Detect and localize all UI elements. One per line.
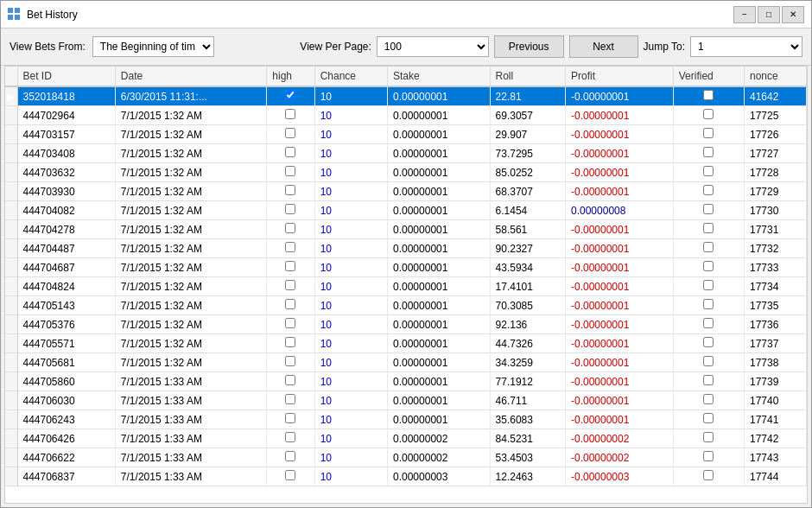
view-bets-dropdown[interactable]: The Beginning of timLast WeekLast Month — [92, 36, 214, 57]
verified-checkbox[interactable] — [703, 413, 714, 423]
cell-verified[interactable] — [673, 353, 744, 372]
cell-high[interactable] — [267, 391, 314, 410]
table-row[interactable]: 4447036327/1/2015 1:32 AM100.0000000185.… — [5, 163, 807, 182]
previous-button[interactable]: Previous — [494, 35, 564, 58]
verified-checkbox[interactable] — [703, 432, 714, 442]
cell-verified[interactable] — [673, 372, 744, 391]
table-row[interactable]: 4447055717/1/2015 1:32 AM100.0000000144.… — [5, 334, 807, 353]
table-row[interactable]: 4447062437/1/2015 1:33 AM100.0000000135.… — [5, 410, 807, 429]
verified-checkbox[interactable] — [703, 166, 714, 176]
verified-checkbox[interactable] — [703, 451, 714, 461]
cell-verified[interactable] — [673, 467, 744, 486]
verified-checkbox[interactable] — [703, 299, 714, 309]
high-checkbox[interactable] — [285, 470, 295, 480]
table-row[interactable]: 4447068377/1/2015 1:33 AM100.0000000312.… — [5, 467, 807, 486]
verified-checkbox[interactable] — [703, 394, 714, 404]
table-row[interactable]: 4447056817/1/2015 1:32 AM100.0000000134.… — [5, 353, 807, 372]
cell-verified[interactable] — [673, 106, 744, 125]
per-page-dropdown[interactable]: 100 — [377, 36, 489, 57]
verified-checkbox[interactable] — [703, 147, 714, 157]
verified-checkbox[interactable] — [703, 470, 714, 480]
maximize-button[interactable]: □ — [758, 6, 780, 23]
verified-checkbox[interactable] — [703, 185, 714, 195]
high-checkbox[interactable] — [285, 356, 295, 366]
high-checkbox[interactable] — [285, 109, 295, 119]
verified-checkbox[interactable] — [703, 375, 714, 385]
table-row[interactable]: 4447039307/1/2015 1:32 AM100.0000000168.… — [5, 182, 807, 201]
verified-checkbox[interactable] — [703, 280, 714, 290]
high-checkbox[interactable] — [285, 432, 295, 442]
cell-verified[interactable] — [673, 163, 744, 182]
cell-high[interactable] — [267, 201, 314, 220]
table-wrapper[interactable]: Bet ID Date high Chance Stake Roll Profi… — [5, 67, 807, 503]
cell-verified[interactable] — [673, 144, 744, 163]
table-row[interactable]: ▶3520184186/30/2015 11:31:...100.0000000… — [5, 86, 807, 106]
cell-high[interactable] — [267, 372, 314, 391]
high-checkbox[interactable] — [285, 90, 295, 100]
cell-verified[interactable] — [673, 182, 744, 201]
cell-high[interactable] — [267, 429, 314, 448]
cell-high[interactable] — [267, 163, 314, 182]
cell-verified[interactable] — [673, 277, 744, 296]
high-checkbox[interactable] — [285, 318, 295, 328]
jump-to-dropdown[interactable]: 1 — [690, 36, 802, 57]
table-row[interactable]: 4447034087/1/2015 1:32 AM100.0000000173.… — [5, 144, 807, 163]
cell-high[interactable] — [267, 315, 314, 334]
next-button[interactable]: Next — [569, 35, 638, 58]
high-checkbox[interactable] — [285, 394, 295, 404]
verified-checkbox[interactable] — [703, 356, 714, 366]
cell-verified[interactable] — [673, 410, 744, 429]
cell-verified[interactable] — [673, 201, 744, 220]
cell-high[interactable] — [267, 220, 314, 239]
high-checkbox[interactable] — [285, 242, 295, 252]
high-checkbox[interactable] — [285, 451, 295, 461]
table-row[interactable]: 4447040827/1/2015 1:32 AM100.000000016.1… — [5, 201, 807, 220]
table-row[interactable]: 4447029647/1/2015 1:32 AM100.0000000169.… — [5, 106, 807, 125]
high-checkbox[interactable] — [285, 261, 295, 271]
table-row[interactable]: 4447042787/1/2015 1:32 AM100.0000000158.… — [5, 220, 807, 239]
table-row[interactable]: 4447060307/1/2015 1:33 AM100.0000000146.… — [5, 391, 807, 410]
cell-verified[interactable] — [673, 391, 744, 410]
cell-high[interactable] — [267, 144, 314, 163]
verified-checkbox[interactable] — [703, 261, 714, 271]
high-checkbox[interactable] — [285, 223, 295, 233]
close-button[interactable]: ✕ — [782, 6, 804, 23]
table-row[interactable]: 4447044877/1/2015 1:32 AM100.0000000190.… — [5, 239, 807, 258]
high-checkbox[interactable] — [285, 166, 295, 176]
verified-checkbox[interactable] — [703, 128, 714, 138]
high-checkbox[interactable] — [285, 375, 295, 385]
table-row[interactable]: 4447053767/1/2015 1:32 AM100.0000000192.… — [5, 315, 807, 334]
cell-high[interactable] — [267, 182, 314, 201]
table-row[interactable]: 4447064267/1/2015 1:33 AM100.0000000284.… — [5, 429, 807, 448]
cell-verified[interactable] — [673, 220, 744, 239]
cell-high[interactable] — [267, 277, 314, 296]
cell-verified[interactable] — [673, 125, 744, 144]
cell-verified[interactable] — [673, 296, 744, 315]
cell-high[interactable] — [267, 467, 314, 486]
cell-verified[interactable] — [673, 429, 744, 448]
high-checkbox[interactable] — [285, 280, 295, 290]
verified-checkbox[interactable] — [703, 204, 714, 214]
cell-verified[interactable] — [673, 315, 744, 334]
high-checkbox[interactable] — [285, 147, 295, 157]
cell-high[interactable] — [267, 125, 314, 144]
table-row[interactable]: 4447046877/1/2015 1:32 AM100.0000000143.… — [5, 258, 807, 277]
table-row[interactable]: 4447048247/1/2015 1:32 AM100.0000000117.… — [5, 277, 807, 296]
cell-verified[interactable] — [673, 334, 744, 353]
table-row[interactable]: 4447051437/1/2015 1:32 AM100.0000000170.… — [5, 296, 807, 315]
cell-verified[interactable] — [673, 86, 744, 106]
verified-checkbox[interactable] — [703, 337, 714, 347]
cell-high[interactable] — [267, 239, 314, 258]
high-checkbox[interactable] — [285, 185, 295, 195]
cell-high[interactable] — [267, 258, 314, 277]
verified-checkbox[interactable] — [703, 223, 714, 233]
high-checkbox[interactable] — [285, 204, 295, 214]
table-row[interactable]: 4447058607/1/2015 1:33 AM100.0000000177.… — [5, 372, 807, 391]
cell-high[interactable] — [267, 296, 314, 315]
cell-high[interactable] — [267, 448, 314, 467]
verified-checkbox[interactable] — [703, 242, 714, 252]
cell-verified[interactable] — [673, 239, 744, 258]
table-row[interactable]: 4447031577/1/2015 1:32 AM100.0000000129.… — [5, 125, 807, 144]
verified-checkbox[interactable] — [703, 90, 714, 100]
minimize-button[interactable]: − — [733, 6, 756, 23]
